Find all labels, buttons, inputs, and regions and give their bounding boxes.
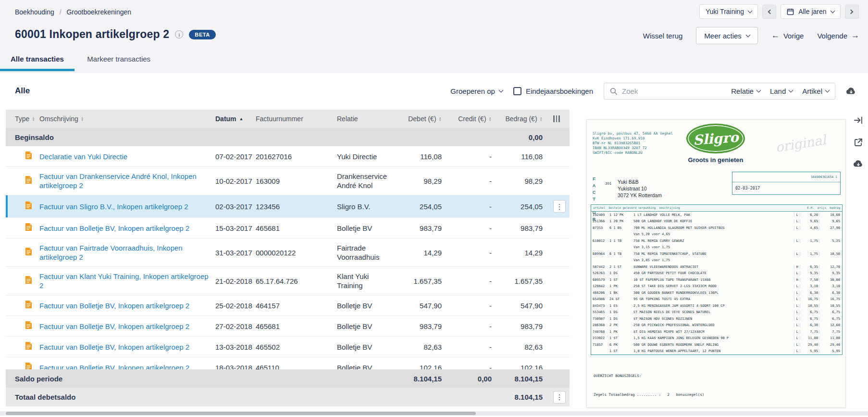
transaction-link[interactable]: Factuur van Drankenservice André Knol, I… <box>39 172 215 190</box>
table-row[interactable]: Declaratie van Yuki Directie 07-02-2017 … <box>6 146 570 167</box>
debit-amount: 14,29 <box>400 249 448 257</box>
invoice-doc-icon <box>25 223 39 233</box>
transaction-link[interactable]: Factuur van Bolletje BV, Inkopen artikel… <box>39 224 215 233</box>
table-row[interactable]: Factuur van Bolletje BV, Inkopen artikel… <box>6 357 570 369</box>
column-header-datum[interactable]: Datum▲ <box>215 115 256 123</box>
transaction-link[interactable]: Factuur van Bolletje BV, Inkopen artikel… <box>39 342 215 352</box>
column-header-factuurnummer[interactable]: Factuurnummer <box>256 115 337 123</box>
chevron-down-icon <box>830 8 835 13</box>
checkbox[interactable] <box>513 87 521 95</box>
invoice-number: 465681 <box>256 224 337 233</box>
groeperen-op-dropdown[interactable]: Groeperen op <box>450 87 503 95</box>
land-filter-dropdown[interactable]: Land <box>770 87 793 95</box>
amount: 254,05 <box>498 202 549 211</box>
document-preview-pane[interactable]: Sligro bv, postbus 47, 5460 AA Veghel Kv… <box>586 119 846 408</box>
relation-name: Yuki Directie <box>337 152 400 161</box>
next-period-button[interactable] <box>845 5 859 19</box>
transaction-link[interactable]: Factuur van Bolletje BV, Inkopen artikel… <box>39 301 215 310</box>
debit-amount: 983,79 <box>400 224 448 232</box>
info-icon[interactable]: i <box>175 30 183 38</box>
invoice-customer-number: 391 <box>605 181 611 186</box>
transaction-link[interactable]: Factuur van Sligro B.V., Inkopen artikel… <box>39 202 215 211</box>
debit-amount: 254,05 <box>400 202 448 211</box>
chevron-down-icon <box>756 88 761 93</box>
wissel-terug-link[interactable]: Wissel terug <box>643 32 683 40</box>
title-row: 60001 Inkopen artikelgroep 2 i BETA Wiss… <box>0 23 868 48</box>
invoice-footer-block: OVERZICHT BONUSZEGELS: Zegels Totaalbedr… <box>594 360 704 408</box>
filter-bar: Alle Groeperen op Eindejaarsboekingen Re… <box>0 73 868 110</box>
export-download-icon[interactable] <box>846 87 856 95</box>
breadcrumb-boekhouding[interactable]: Boekhouding <box>15 8 54 16</box>
transaction-date: 25-02-2018 <box>215 301 256 310</box>
tab-label: Alle transacties <box>11 55 64 63</box>
invoice-line: Van 3,15 voor 1,75 <box>591 244 842 251</box>
debit-amount: 547,90 <box>400 302 448 310</box>
table-row[interactable]: Factuur van Fairtrade Voorraadhuis, Inko… <box>6 239 570 267</box>
collapse-panel-icon[interactable] <box>852 115 865 125</box>
horizontal-scrollbar[interactable] <box>0 411 868 416</box>
invoice-line: 730987 1 DS ST MAISON HDV SCONES ROZIJNE… <box>591 316 842 322</box>
amount: 1.657,35 <box>498 277 549 285</box>
breadcrumb-grootboekrekeningen[interactable]: Grootboekrekeningen <box>66 8 131 16</box>
column-header-debet[interactable]: Debet (€)▲▼ <box>400 115 448 123</box>
transaction-date: 21-02-2018 <box>215 277 256 286</box>
vorige-button[interactable]: ← Vorige <box>771 31 804 40</box>
transaction-link[interactable]: Factuur van Klant Yuki Training, Inkopen… <box>39 272 215 290</box>
table-row[interactable]: Factuur van Bolletje BV, Inkopen artikel… <box>6 218 570 239</box>
previous-period-button[interactable] <box>762 5 776 19</box>
app-root: Boekhouding / Grootboekrekeningen Yuki T… <box>0 0 868 417</box>
invoice-items-table: artikel besteld geleverd verpakking omsc… <box>591 204 843 355</box>
invoice-line: 526763 1 DS 450 GR PARTOUSE PETIT FOUR C… <box>591 270 842 277</box>
debit-amount: 82,63 <box>400 343 448 351</box>
credit-amount: - <box>448 202 498 211</box>
invoice-line: 251366 1 20 PK 500 GR LANDHOF VOOR DE KO… <box>591 218 842 225</box>
column-header-credit[interactable]: Credit (€)▲▼ <box>448 115 498 123</box>
tab-alle-transacties[interactable]: Alle transacties <box>0 48 74 71</box>
column-header-bedrag[interactable]: Bedrag (€)▲▼ <box>498 115 549 123</box>
company-selector[interactable]: Yuki Training <box>699 4 758 19</box>
preview-toolbar <box>852 115 865 180</box>
row-menu-button[interactable]: ⋮ <box>553 200 566 213</box>
relatie-filter-dropdown[interactable]: Relatie <box>731 87 760 95</box>
tab-markeer-transacties[interactable]: Markeer transacties <box>76 48 161 71</box>
year-selector[interactable]: Alle jaren <box>781 4 840 19</box>
totaal-label: Totaal debetsaldo <box>6 393 215 401</box>
table-row[interactable]: Factuur van Bolletje BV, Inkopen artikel… <box>6 337 570 357</box>
column-header-omschrijving[interactable]: Omschrijving▲▼ <box>39 115 215 123</box>
download-document-icon[interactable] <box>852 160 865 168</box>
relation-name: Fairtrade Voorraadhuis <box>337 243 400 262</box>
totaal-menu-button[interactable]: ⋮ <box>553 391 566 404</box>
transaction-link[interactable]: Factuur van Bolletje BV, Inkopen artikel… <box>39 363 215 370</box>
volgende-label: Volgende <box>817 32 847 40</box>
table-row[interactable]: Factuur van Drankenservice André Knol, I… <box>6 167 570 195</box>
scanned-invoice: Sligro bv, postbus 47, 5460 AA Veghel Kv… <box>587 120 845 407</box>
transaction-link[interactable]: Factuur van Bolletje BV, Inkopen artikel… <box>39 322 215 331</box>
search-input[interactable] <box>622 87 721 95</box>
column-settings-icon[interactable] <box>553 115 560 122</box>
column-header-relatie[interactable]: Relatie <box>337 115 400 123</box>
meer-acties-button[interactable]: Meer acties <box>696 27 758 44</box>
amount: 983,79 <box>498 322 549 330</box>
column-header-type[interactable]: Type▲▼ <box>6 115 25 123</box>
breadcrumb: Boekhouding / Grootboekrekeningen <box>15 8 131 16</box>
table-row[interactable]: Factuur van Bolletje BV, Inkopen artikel… <box>6 316 570 337</box>
search-icon <box>610 88 618 95</box>
invoice-doc-icon <box>25 201 39 212</box>
table-row[interactable]: Factuur van Sligro B.V., Inkopen artikel… <box>6 195 570 218</box>
amount: 102,16 <box>498 364 549 370</box>
open-external-icon[interactable] <box>852 138 865 147</box>
invoice-number: 0000020122 <box>256 248 337 257</box>
table-row[interactable]: Factuur van Bolletje BV, Inkopen artikel… <box>6 295 570 316</box>
eindejaarsboekingen-toggle[interactable]: Eindejaarsboekingen <box>513 87 593 95</box>
transaction-link[interactable]: Factuur van Fairtrade Voorraadhuis, Inko… <box>39 243 215 262</box>
arrow-left-icon: ← <box>771 31 780 40</box>
scrollbar-thumb[interactable] <box>6 412 476 415</box>
table-header: Type▲▼ Omschrijving▲▼ Datum▲ Factuurnumm… <box>6 110 570 128</box>
transaction-link[interactable]: Declaratie van Yuki Directie <box>39 152 215 161</box>
credit-amount: - <box>448 322 498 330</box>
credit-amount: - <box>448 177 498 185</box>
volgende-button[interactable]: Volgende → <box>817 31 859 40</box>
table-row[interactable]: Factuur van Klant Yuki Training, Inkopen… <box>6 267 570 295</box>
relation-name: Sligro B.V. <box>337 202 400 211</box>
artikel-filter-dropdown[interactable]: Artikel <box>802 87 829 95</box>
